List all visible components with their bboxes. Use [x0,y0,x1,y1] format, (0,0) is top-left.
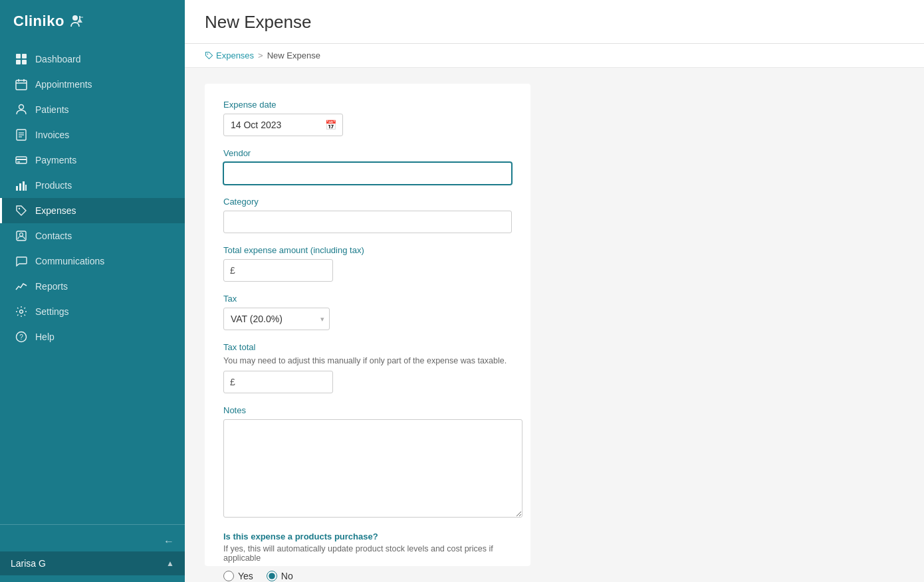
logo: Cliniko [0,0,185,43]
expense-form: Expense date 📅 Vendor Category Total exp… [205,84,530,566]
svg-rect-19 [19,183,21,191]
breadcrumb-separator: > [258,50,263,60]
sidebar-item-invoices[interactable]: Invoices [0,122,185,147]
logo-icon [68,12,87,31]
tax-select[interactable]: VAT (20.0%) [223,308,330,330]
svg-rect-21 [25,185,27,191]
radio-no-option[interactable]: No [267,571,293,581]
breadcrumb-expenses-link[interactable]: Expenses [205,50,254,60]
tax-total-group: Tax total You may need to adjust this ma… [223,342,512,393]
chat-icon [15,255,27,267]
sidebar-item-contacts[interactable]: Contacts [0,223,185,248]
sidebar-item-patients[interactable]: Patients [0,97,185,122]
sidebar-item-products[interactable]: Products [0,173,185,198]
sidebar-item-label: Appointments [35,79,92,90]
right-panel [546,84,904,566]
sidebar-collapse: ← [0,532,185,551]
total-amount-input[interactable] [223,259,333,282]
notes-textarea[interactable] [223,419,522,518]
breadcrumb: Expenses > New Expense [185,44,924,68]
category-group: Category [223,197,512,233]
expense-date-input[interactable] [223,114,343,136]
sidebar-item-communications[interactable]: Communications [0,248,185,274]
tax-total-input[interactable] [223,371,333,393]
svg-rect-6 [16,80,27,90]
notes-group: Notes [223,405,512,520]
grid-icon [15,53,27,65]
sidebar-item-label: Expenses [35,205,76,216]
tax-currency-symbol: £ [230,377,235,387]
page-header: New Expense [185,0,924,44]
svg-rect-2 [16,54,21,58]
sidebar-item-label: Invoices [35,130,69,140]
sidebar-item-help[interactable]: ? Help [0,324,185,349]
svg-point-22 [19,208,20,209]
collapse-button[interactable]: ← [164,535,174,547]
user-bar[interactable]: Larisa G ▲ [0,551,185,575]
person-icon [15,104,27,116]
svg-rect-4 [16,60,21,64]
main-content: New Expense Expenses > New Expense Expen… [185,0,924,582]
sidebar-item-label: Settings [35,306,69,317]
radio-no-input[interactable] [267,571,277,581]
category-label: Category [223,197,512,207]
svg-point-0 [72,15,78,21]
user-chevron-icon: ▲ [166,559,174,568]
sidebar-item-expenses[interactable]: Expenses [0,198,185,223]
sidebar-item-label: Payments [35,155,76,165]
sidebar-item-label: Contacts [35,231,72,241]
calendar-icon [15,78,27,90]
total-amount-group: Total expense amount (including tax) £ [223,245,512,282]
svg-point-10 [19,105,24,110]
svg-rect-3 [22,54,27,58]
expense-date-label: Expense date [223,100,512,110]
reports-icon [15,280,27,292]
user-name: Larisa G [11,558,46,569]
barchart-icon [15,179,27,191]
sidebar-item-appointments[interactable]: Appointments [0,72,185,97]
category-input[interactable] [223,211,512,233]
products-hint: If yes, this will automatically update p… [223,544,512,563]
sidebar-item-settings[interactable]: Settings [0,299,185,324]
tax-label: Tax [223,294,512,304]
contacts-icon [15,230,27,242]
tax-total-hint: You may need to adjust this manually if … [223,356,512,365]
svg-text:?: ? [19,334,23,341]
radio-yes-option[interactable]: Yes [223,571,253,581]
sidebar-item-dashboard[interactable]: Dashboard [0,47,185,72]
svg-rect-5 [22,60,27,64]
svg-point-28 [207,53,208,54]
currency-symbol: £ [230,265,235,276]
sidebar-item-payments[interactable]: Payments [0,147,185,173]
radio-yes-label: Yes [238,571,253,581]
tax-group: Tax VAT (20.0%) ▾ [223,294,512,330]
page-title: New Expense [205,12,904,33]
radio-group: Yes No [223,571,512,581]
card-icon [15,154,27,166]
tax-select-wrapper: VAT (20.0%) ▾ [223,308,330,330]
radio-no-label: No [281,571,293,581]
svg-point-24 [20,233,23,237]
tax-total-label: Tax total [223,342,512,352]
svg-rect-17 [17,161,20,163]
tag-icon [15,205,27,217]
logo-text: Cliniko [13,13,64,30]
sidebar-item-label: Dashboard [35,54,81,64]
products-question: Is this expense a products purchase? [223,532,512,541]
settings-icon [15,306,27,318]
products-purchase-group: Is this expense a products purchase? If … [223,532,512,581]
svg-rect-18 [16,186,18,191]
total-amount-wrapper: £ [223,259,333,282]
svg-rect-20 [23,181,25,191]
sidebar: Cliniko Dashboard Appointment [0,0,185,582]
sidebar-item-reports[interactable]: Reports [0,274,185,299]
sidebar-item-label: Reports [35,281,68,292]
vendor-label: Vendor [223,148,512,158]
page-content: Expense date 📅 Vendor Category Total exp… [185,68,924,582]
sidebar-item-label: Patients [35,104,69,115]
vendor-group: Vendor [223,148,512,185]
radio-yes-input[interactable] [223,571,234,581]
vendor-input[interactable] [223,162,512,185]
help-icon: ? [15,331,27,343]
tax-total-wrapper: £ [223,371,333,393]
